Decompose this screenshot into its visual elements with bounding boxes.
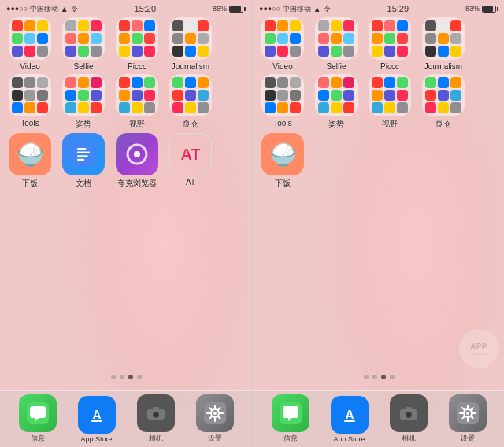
- mini-app: [318, 33, 329, 44]
- folder-video-r[interactable]: Video: [259, 17, 306, 71]
- folder-pose-r-icon: [315, 74, 358, 116]
- left-battery-body: [229, 6, 243, 13]
- mini-app: [65, 33, 76, 44]
- settings-svg: [204, 402, 226, 424]
- mini-app: [265, 46, 276, 57]
- mini-app: [65, 77, 76, 88]
- mini-app: [198, 102, 209, 113]
- folder-view-r[interactable]: 视野: [366, 74, 413, 130]
- folder-tools-r[interactable]: Tools: [259, 74, 306, 130]
- app-xiafan[interactable]: 🍚 下饭: [6, 133, 54, 189]
- app-docs[interactable]: 文档: [60, 133, 107, 189]
- dock-messages-r[interactable]: 信息: [272, 394, 309, 444]
- folder-tools[interactable]: Tools: [6, 74, 54, 130]
- mini-app: [290, 90, 301, 101]
- mini-app: [91, 90, 102, 101]
- svg-rect-4: [77, 159, 84, 161]
- dock-camera-r[interactable]: 相机: [390, 394, 428, 444]
- left-screen: ●●●○○ 中国移动 ▲ 令 15:20 85%: [0, 0, 252, 447]
- mini-app: [343, 102, 354, 113]
- folder-piccc-r-label: Piccc: [380, 62, 399, 71]
- app-at-label: AT: [186, 178, 195, 187]
- svg-rect-2: [77, 152, 90, 153]
- mini-app: [331, 102, 342, 113]
- mini-app: [37, 90, 48, 101]
- mini-app: [397, 90, 408, 101]
- dock-settings[interactable]: 设置: [196, 394, 234, 444]
- right-signal: 令: [324, 4, 331, 14]
- dot-r-2: [372, 375, 377, 379]
- mini-app: [198, 77, 209, 88]
- mini-app: [450, 90, 461, 101]
- svg-point-38: [466, 412, 469, 415]
- folder-journalism[interactable]: Journalism: [167, 17, 214, 71]
- dock-appstore[interactable]: A App Store: [78, 396, 116, 443]
- folder-view[interactable]: 视野: [113, 74, 161, 130]
- app-quark[interactable]: 夸克浏览器: [113, 133, 161, 189]
- mini-app: [119, 33, 130, 44]
- folder-piccc[interactable]: Piccc: [113, 17, 161, 71]
- mini-app: [132, 33, 143, 44]
- mini-app: [172, 77, 183, 88]
- left-status-bar: ●●●○○ 中国移动 ▲ 令 15:20 85%: [0, 0, 252, 16]
- svg-point-34: [406, 413, 410, 417]
- quark-svg: [124, 142, 150, 167]
- mini-app: [91, 102, 102, 113]
- mini-app: [438, 102, 449, 113]
- dock-settings-r[interactable]: 设置: [449, 394, 487, 444]
- folder-journalism-icon: [169, 17, 212, 60]
- mini-app: [384, 33, 395, 44]
- folder-pose-r-label: 姿势: [328, 119, 344, 130]
- folder-piccc-r[interactable]: Piccc: [366, 17, 413, 71]
- dock-appstore-r[interactable]: A App Store: [331, 396, 369, 443]
- mini-app: [12, 33, 23, 44]
- folder-liangcang-r[interactable]: 良仓: [420, 74, 467, 130]
- right-status-right: 83%: [465, 5, 498, 13]
- mini-app: [331, 90, 342, 101]
- folder-pose-r[interactable]: 姿势: [313, 74, 360, 130]
- folder-liangcang[interactable]: 良仓: [167, 74, 214, 130]
- mini-app: [277, 102, 288, 113]
- right-row-3: 🍚 下饭: [259, 133, 498, 189]
- mini-app: [185, 33, 196, 44]
- left-row-3: 🍚 下饭 文档: [6, 133, 246, 189]
- folder-journalism-r[interactable]: Journalism: [420, 17, 467, 71]
- dock-messages[interactable]: 信息: [19, 394, 57, 444]
- folder-selfie-r-icon: [315, 17, 358, 60]
- dot-3: [128, 375, 133, 379]
- folder-video-r-label: Video: [272, 62, 292, 71]
- mini-app: [318, 77, 329, 88]
- folder-piccc-label: Piccc: [128, 62, 146, 71]
- mini-app: [318, 90, 329, 101]
- camera-r-svg: [398, 402, 420, 424]
- mini-app: [450, 77, 461, 88]
- mini-app: [172, 90, 183, 101]
- svg-point-14: [154, 413, 158, 417]
- mini-app: [384, 46, 395, 57]
- mini-app: [172, 20, 183, 31]
- at-text: AT: [180, 146, 200, 164]
- folder-pose[interactable]: 姿势: [60, 74, 107, 130]
- folder-video[interactable]: Video: [6, 17, 54, 71]
- folder-selfie-r[interactable]: Selfie: [313, 17, 360, 71]
- app-xiafan-r[interactable]: 🍚 下饭: [259, 133, 306, 189]
- dock-messages-r-icon: [272, 394, 309, 432]
- app-docs-label: 文档: [76, 178, 91, 189]
- folder-selfie[interactable]: Selfie: [60, 17, 107, 71]
- mini-app: [119, 20, 130, 31]
- dock-messages-label: 信息: [31, 434, 45, 444]
- appstore-svg: A: [86, 404, 108, 426]
- right-time: 15:29: [387, 4, 410, 13]
- mini-app: [198, 90, 209, 101]
- mini-app: [185, 102, 196, 113]
- mini-app: [119, 102, 130, 113]
- dot-4: [137, 375, 142, 379]
- folder-view-r-icon: [369, 74, 411, 116]
- dock-camera[interactable]: 相机: [137, 394, 175, 444]
- folder-liangcang-icon: [169, 74, 212, 116]
- mini-app: [198, 46, 209, 57]
- mini-app: [91, 46, 102, 57]
- app-at[interactable]: AT AT: [167, 133, 214, 189]
- svg-point-18: [213, 412, 217, 415]
- mini-app: [12, 46, 23, 57]
